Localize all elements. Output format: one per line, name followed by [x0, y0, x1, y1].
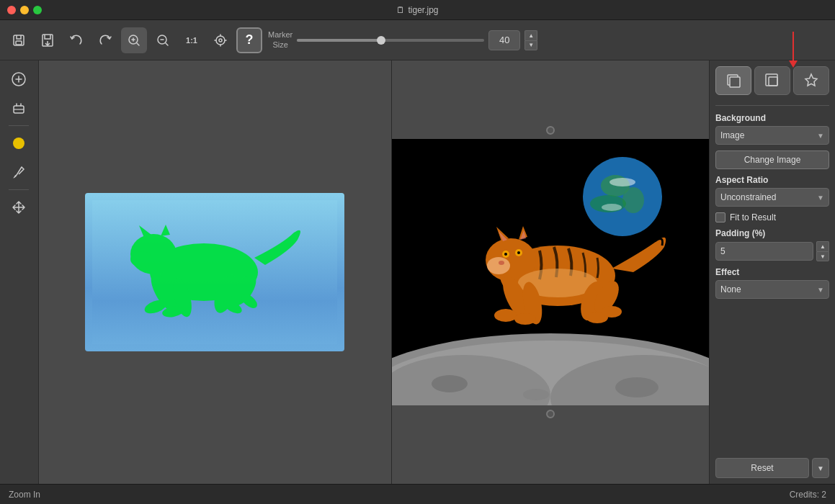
reset-row: Reset ▼: [715, 458, 829, 478]
svg-point-49: [499, 261, 504, 265]
maximize-button[interactable]: [33, 6, 42, 14]
result-canvas: [392, 60, 709, 484]
credits-label: Credits: 2: [790, 490, 826, 500]
padding-decrement[interactable]: ▼: [816, 251, 829, 261]
tab-layers-button[interactable]: [715, 66, 751, 95]
red-arrow-line: [792, 32, 794, 60]
svg-point-23: [130, 251, 152, 267]
result-image-container: [392, 139, 709, 405]
marker-size-slider[interactable]: [297, 39, 484, 42]
marker-size-label: MarkerSize: [268, 30, 293, 49]
svg-point-54: [514, 313, 536, 325]
svg-rect-60: [730, 77, 740, 87]
title-bar: 🗒 tiger.jpg: [0, 0, 835, 20]
zoom-actual-button[interactable]: 1:1: [179, 27, 205, 53]
window-title: 🗒 tiger.jpg: [396, 5, 438, 15]
close-button[interactable]: [7, 6, 16, 14]
aspect-ratio-label: Aspect Ratio: [715, 175, 829, 185]
source-canvas: [39, 60, 392, 484]
redo-button[interactable]: [92, 27, 118, 53]
background-section: Background Image ▼: [715, 113, 829, 145]
background-label: Background: [715, 113, 829, 123]
chevron-down-icon-3: ▼: [817, 286, 824, 294]
zoom-out-tool-button[interactable]: [150, 27, 176, 53]
fit-to-result-checkbox[interactable]: [715, 212, 725, 222]
marker-slider-fill: [297, 39, 381, 42]
main-content: Background Image ▼ Change Image Aspect R…: [0, 60, 835, 484]
undo-button[interactable]: [63, 27, 89, 53]
left-toolbar-separator-2: [9, 189, 29, 190]
svg-point-48: [517, 251, 520, 254]
result-image: [392, 139, 709, 405]
svg-point-29: [432, 375, 468, 392]
effect-section: Effect None ▼: [715, 267, 829, 299]
tab-presets-button[interactable]: [793, 66, 829, 95]
padding-input[interactable]: 5: [715, 242, 813, 261]
right-panel: Background Image ▼ Change Image Aspect R…: [709, 60, 835, 484]
svg-point-37: [602, 204, 622, 211]
save-file-button[interactable]: [35, 27, 61, 53]
padding-row: 5 ▲ ▼: [715, 241, 829, 261]
aspect-ratio-section: Aspect Ratio Unconstrained ▼: [715, 175, 829, 207]
change-image-button[interactable]: Change Image: [715, 150, 829, 169]
svg-point-53: [494, 309, 517, 322]
red-arrow-indicator: [789, 32, 798, 68]
chevron-down-icon-2: ▼: [817, 194, 824, 202]
green-tiger-silhouette: [92, 200, 337, 344]
scroll-handle-bottom[interactable]: [546, 410, 555, 418]
effect-dropdown[interactable]: None ▼: [715, 280, 829, 299]
erase-tool-button[interactable]: [6, 95, 32, 121]
panel-spacer: [715, 305, 829, 452]
svg-point-58: [602, 306, 622, 318]
svg-point-36: [609, 178, 635, 186]
tab-output-button[interactable]: [754, 66, 790, 95]
padding-increment[interactable]: ▲: [816, 241, 829, 251]
svg-point-47: [504, 253, 507, 256]
marker-size-control: MarkerSize 40 ▲ ▼: [268, 30, 537, 50]
traffic-lights: [7, 6, 42, 14]
left-toolbar-separator-1: [9, 125, 29, 126]
chevron-down-icon: ▼: [817, 132, 824, 140]
panel-tabs: [715, 66, 829, 95]
aspect-ratio-dropdown[interactable]: Unconstrained ▼: [715, 188, 829, 207]
minimize-button[interactable]: [20, 6, 29, 14]
marker-size-increment[interactable]: ▲: [524, 30, 537, 40]
help-button[interactable]: ?: [236, 27, 262, 53]
svg-point-44: [487, 257, 510, 274]
marker-slider-thumb[interactable]: [377, 36, 385, 45]
reset-dropdown-button[interactable]: ▼: [812, 458, 829, 478]
svg-rect-62: [769, 77, 777, 86]
fit-to-result-row: Fit to Result: [715, 212, 829, 222]
add-tool-button[interactable]: [6, 66, 32, 92]
marker-size-decrement[interactable]: ▼: [524, 40, 537, 50]
red-arrow-head: [789, 60, 798, 68]
brush-tool-button[interactable]: [6, 159, 32, 185]
background-dropdown[interactable]: Image ▼: [715, 126, 829, 145]
svg-point-31: [523, 389, 549, 400]
svg-point-34: [622, 187, 644, 213]
svg-rect-1: [16, 41, 22, 45]
move-tool-button[interactable]: [6, 194, 32, 220]
bottom-bar: Zoom In Credits: 2: [0, 484, 835, 504]
padding-section: Padding (%) 5 ▲ ▼: [715, 228, 829, 261]
color-tool-button[interactable]: [6, 130, 32, 156]
svg-rect-0: [14, 35, 24, 45]
zoom-label: Zoom In: [9, 490, 40, 500]
marker-size-value: 40: [488, 30, 520, 50]
main-toolbar: 1:1 ? MarkerSize 40 ▲ ▼: [0, 20, 835, 60]
left-toolbar: [0, 60, 39, 484]
svg-point-6: [219, 39, 222, 42]
zoom-frame-button[interactable]: [207, 27, 233, 53]
file-icon: 🗒: [396, 5, 405, 15]
padding-stepper: ▲ ▼: [816, 241, 829, 261]
reset-button[interactable]: Reset: [715, 458, 809, 478]
panel-divider-1: [715, 105, 829, 106]
svg-point-5: [216, 36, 225, 45]
fit-to-result-label: Fit to Result: [730, 212, 776, 222]
padding-label: Padding (%): [715, 228, 829, 238]
svg-point-30: [615, 377, 658, 397]
zoom-in-tool-button[interactable]: [121, 27, 147, 53]
scroll-handle-top[interactable]: [546, 126, 555, 135]
source-image: [85, 193, 344, 351]
save-project-button[interactable]: [6, 27, 32, 53]
